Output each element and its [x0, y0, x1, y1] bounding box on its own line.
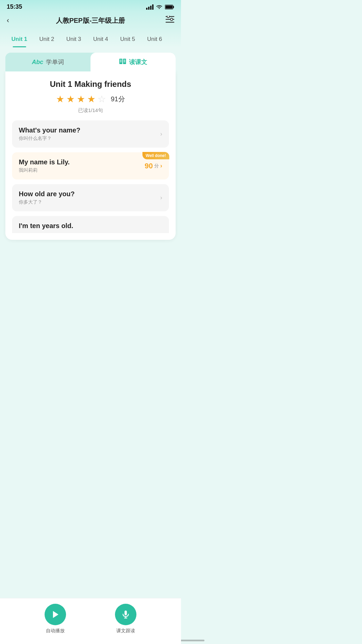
sentence-cn-1: 你叫什么名字？: [19, 136, 156, 142]
stars-row: ★ ★ ★ ★ ☆ 91分: [12, 94, 169, 105]
svg-rect-16: [120, 62, 122, 62]
svg-rect-0: [146, 8, 147, 10]
sentence-content-1: What's your name? 你叫什么名字？: [19, 126, 156, 142]
filter-button[interactable]: [164, 16, 174, 25]
sentence-item-2[interactable]: Well done! My name is Lily. 我叫莉莉 90 分 ›: [12, 152, 169, 179]
chevron-icon-1: ›: [160, 130, 162, 138]
svg-rect-9: [166, 22, 174, 23]
header: ‹ 人教PEP版-三年级上册: [0, 12, 181, 31]
score-unit-2: 分: [154, 163, 159, 169]
chevron-icon-3: ›: [160, 194, 162, 201]
svg-rect-1: [148, 7, 149, 10]
unit-tabs-wrapper: Unit 1 Unit 2 Unit 3 Unit 4 Unit 5 Unit …: [0, 31, 181, 47]
svg-point-10: [167, 16, 170, 18]
status-bar: 15:35: [0, 0, 181, 12]
star-5: ☆: [98, 94, 106, 105]
sentence-en-4: I'm ten years old.: [19, 222, 162, 230]
wifi-icon: [156, 4, 163, 10]
vocabulary-label: 学单词: [46, 58, 64, 66]
sub-tab-reading[interactable]: 读课文: [90, 53, 176, 71]
svg-rect-15: [120, 61, 122, 61]
unit-tabs: Unit 1 Unit 2 Unit 3 Unit 4 Unit 5 Unit …: [0, 32, 181, 47]
sentence-item-1[interactable]: What's your name? 你叫什么名字？ ›: [12, 120, 169, 148]
signal-icon: [146, 4, 154, 10]
svg-rect-19: [124, 62, 125, 62]
unit-tab-2[interactable]: Unit 2: [33, 32, 60, 47]
content-area: Abc 学单词 读课文 Unit 1 Making friends: [0, 47, 181, 273]
sentence-content-2: My name is Lily. 我叫莉莉: [19, 158, 145, 173]
svg-rect-17: [124, 60, 125, 60]
svg-rect-14: [120, 60, 122, 60]
sub-tab-vocabulary[interactable]: Abc 学单词: [5, 53, 90, 71]
svg-rect-2: [150, 6, 152, 10]
unit-heading: Unit 1 Making friends: [12, 79, 169, 89]
header-title: 人教PEP版-三年级上册: [56, 16, 125, 25]
svg-rect-12: [119, 59, 122, 64]
back-button[interactable]: ‹: [7, 16, 17, 25]
sentence-en-3: How old are you?: [19, 190, 156, 198]
abc-icon: Abc: [32, 59, 43, 66]
star-3: ★: [77, 94, 85, 105]
sentence-item-3[interactable]: How old are you? 你多大了？ ›: [12, 184, 169, 211]
sentence-en-2: My name is Lily.: [19, 158, 145, 166]
sentence-cn-3: 你多大了？: [19, 199, 156, 205]
sub-tabs: Abc 学单词 读课文: [5, 53, 176, 71]
well-done-badge: Well done!: [142, 152, 169, 159]
svg-rect-13: [123, 59, 126, 64]
svg-rect-18: [124, 61, 125, 61]
svg-rect-5: [173, 6, 174, 8]
unit-tab-1[interactable]: Unit 1: [5, 32, 33, 47]
unit-tab-6[interactable]: Unit 6: [141, 32, 168, 47]
sentence-cn-2: 我叫莉莉: [19, 167, 145, 173]
unit-tab-3[interactable]: Unit 3: [60, 32, 87, 47]
svg-rect-3: [152, 4, 154, 10]
reading-label: 读课文: [129, 58, 147, 66]
status-time: 15:35: [7, 3, 22, 10]
battery-icon: [165, 4, 174, 10]
svg-point-11: [171, 18, 173, 20]
score-value-2: 90: [145, 162, 153, 170]
sentence-content-3: How old are you? 你多大了？: [19, 190, 156, 205]
unit-tab-4[interactable]: Unit 4: [87, 32, 114, 47]
chevron-icon-2: ›: [160, 162, 162, 169]
svg-rect-6: [166, 5, 173, 8]
unit-tab-5[interactable]: Unit 5: [114, 32, 141, 47]
score-display: 91分: [111, 95, 125, 104]
sentence-score-2: 90 分 ›: [145, 162, 162, 170]
sentence-en-1: What's your name?: [19, 126, 156, 134]
star-2: ★: [66, 94, 75, 105]
main-card: Unit 1 Making friends ★ ★ ★ ★ ☆ 91分 已读1/…: [5, 71, 176, 240]
star-1: ★: [56, 94, 64, 105]
status-icons: [146, 4, 174, 10]
sentence-item-4-partial[interactable]: I'm ten years old.: [12, 216, 169, 233]
book-icon: [119, 58, 126, 66]
progress-text: 已读1/14句: [12, 107, 169, 114]
star-4: ★: [87, 94, 96, 105]
